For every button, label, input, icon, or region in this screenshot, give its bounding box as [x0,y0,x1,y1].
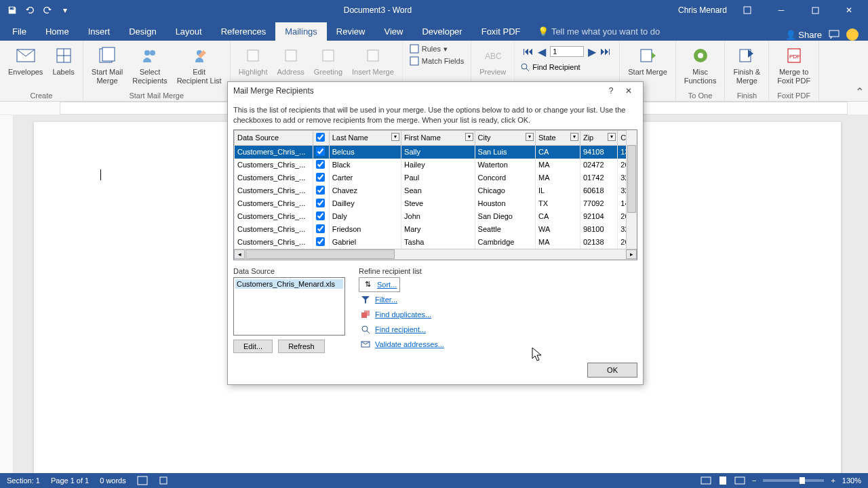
tab-view[interactable]: View [374,22,412,41]
feedback-icon[interactable] [846,28,859,41]
zoom-slider[interactable] [763,479,824,482]
tab-developer[interactable]: Developer [412,22,471,41]
help-icon[interactable]: ? [602,83,620,98]
save-icon[interactable] [4,2,20,18]
qat-customize-icon[interactable]: ▾ [57,2,73,18]
select-recipients-button[interactable]: Select Recipients [130,43,170,86]
row-checkbox[interactable] [316,147,325,156]
tab-references[interactable]: References [212,22,275,41]
redo-icon[interactable] [39,2,56,18]
table-row[interactable]: Customers_Chris_...GabrielTashaCambridge… [235,236,637,249]
tab-file[interactable]: File [3,22,36,41]
sort-link[interactable]: ⇅Sort... [359,277,400,292]
maximize-icon[interactable] [802,1,829,20]
tab-mailings[interactable]: Mailings [275,22,327,41]
zoom-out-icon[interactable]: − [752,476,756,485]
find-recipient-link[interactable]: Find recipient... [359,322,446,337]
tab-foxit[interactable]: Foxit PDF [472,22,530,41]
minimize-icon[interactable]: ─ [768,1,795,20]
row-checkbox[interactable] [316,173,325,182]
col-city[interactable]: City▾ [475,130,535,145]
horizontal-scrollbar[interactable]: ◂ ▸ [234,249,637,260]
misc-functions-button[interactable]: Misc Functions [682,43,719,86]
preview-results-button[interactable]: ABCPreview [477,43,509,78]
table-row[interactable]: Customers_Chris_...ChavezSeanChicagoIL60… [235,184,637,197]
collapse-ribbon-icon[interactable]: ⌃ [855,85,864,98]
tab-home[interactable]: Home [36,22,79,41]
merge-to-foxit-button[interactable]: PDFMerge to Foxit PDF [774,43,813,86]
finish-merge-button[interactable]: Finish & Merge [730,43,763,86]
read-mode-icon[interactable] [701,476,711,485]
vertical-ruler[interactable] [0,115,14,473]
col-last-name[interactable]: Last Name▾ [329,130,401,145]
comments-icon[interactable] [829,30,840,39]
col-state[interactable]: State▾ [535,130,580,145]
table-row[interactable]: Customers_Chris_...CarterPaulConcordMA01… [235,171,637,184]
dropdown-icon[interactable]: ▾ [608,133,616,141]
table-row[interactable]: Customers_Chris_...DalyJohnSan DiegoCA92… [235,210,637,223]
row-checkbox[interactable] [316,211,325,220]
tab-layout[interactable]: Layout [166,22,212,41]
status-section[interactable]: Section: 1 [7,476,40,485]
greeting-line-button[interactable]: Greeting [311,43,345,78]
tell-me-search[interactable]: 💡 Tell me what you want to do [530,22,668,41]
dropdown-icon[interactable]: ▾ [391,133,399,141]
tab-review[interactable]: Review [327,22,375,41]
table-row[interactable]: Customers_Chris_...BlackHaileyWatertonMA… [235,159,637,171]
tab-insert[interactable]: Insert [79,22,120,41]
find-duplicates-link[interactable]: Find duplicates... [359,307,446,322]
row-checkbox[interactable] [316,237,325,246]
zoom-in-icon[interactable]: + [831,476,835,485]
scroll-left-icon[interactable]: ◂ [234,249,245,259]
start-mail-merge-button[interactable]: Start Mail Merge [89,43,125,86]
address-block-button[interactable]: Address [274,43,307,78]
start-merge-button[interactable]: Start Merge [625,43,669,78]
record-number-input[interactable] [550,46,584,57]
table-row[interactable]: Customers_Chris_...FriedsonMarySeattleWA… [235,223,637,236]
envelopes-button[interactable]: Envelopes [5,43,45,78]
find-recipient-button[interactable]: Find Recipient [520,62,614,72]
col-first-name[interactable]: First Name▾ [401,130,475,145]
refresh-button[interactable]: Refresh [278,340,325,353]
web-layout-icon[interactable] [734,476,745,485]
table-row[interactable]: Customers_Chris_...DailleySteveHoustonTX… [235,197,637,210]
row-checkbox[interactable] [316,199,325,207]
dropdown-icon[interactable]: ▾ [526,133,534,141]
data-source-list[interactable]: Customers_Chris_Menard.xls [233,277,345,336]
edit-recipient-list-button[interactable]: Edit Recipient List [174,43,224,86]
first-record-icon[interactable]: ⏮ [523,46,534,57]
col-checkbox[interactable] [313,130,329,145]
row-checkbox[interactable] [316,160,325,169]
zoom-level[interactable]: 130% [842,476,861,485]
labels-button[interactable]: Labels [50,43,77,78]
prev-record-icon[interactable]: ◀ [536,46,547,57]
filter-link[interactable]: Filter... [359,292,446,307]
tab-design[interactable]: Design [119,22,165,41]
close-icon[interactable]: ✕ [835,1,863,20]
edit-button[interactable]: Edit... [233,340,273,353]
col-zip[interactable]: Zip▾ [580,130,617,145]
dropdown-icon[interactable]: ▾ [465,133,473,141]
match-fields-button[interactable]: Match Fields [408,56,465,66]
status-words[interactable]: 0 words [100,476,126,485]
vertical-scrollbar[interactable] [626,130,637,249]
col-data-source[interactable]: Data Source [235,130,313,145]
share-button[interactable]: 👤 Share [785,30,822,40]
close-dialog-icon[interactable]: ✕ [620,83,637,98]
undo-icon[interactable] [22,2,38,18]
insert-merge-field-button[interactable]: Insert Merge [349,43,397,78]
last-record-icon[interactable]: ⏭ [600,46,611,57]
select-all-checkbox[interactable] [316,133,325,142]
validate-addresses-link[interactable]: Validate addresses... [359,337,446,352]
rules-button[interactable]: Rules ▾ [408,43,465,54]
scroll-right-icon[interactable]: ▸ [626,249,637,259]
status-page[interactable]: Page 1 of 1 [51,476,89,485]
next-record-icon[interactable]: ▶ [587,46,597,57]
dropdown-icon[interactable]: ▾ [570,133,578,141]
spell-check-icon[interactable] [137,476,148,485]
row-checkbox[interactable] [316,224,325,233]
ribbon-display-icon[interactable] [734,1,761,20]
print-layout-icon[interactable] [718,476,728,485]
ok-button[interactable]: OK [587,363,637,378]
row-checkbox[interactable] [316,186,325,195]
